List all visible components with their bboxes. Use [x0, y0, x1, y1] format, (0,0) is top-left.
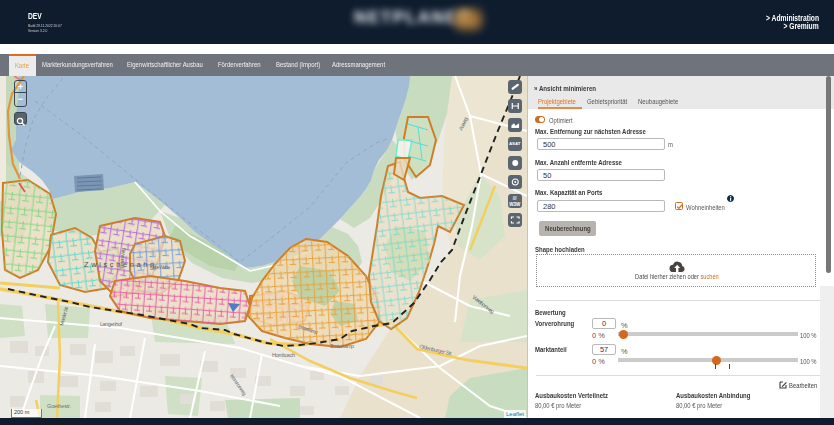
svg-text:Kleine Weihe: Kleine Weihe — [150, 264, 170, 270]
svg-text:Goethestr.: Goethestr. — [47, 403, 71, 409]
svg-text:Hornbusch: Hornbusch — [272, 352, 295, 358]
svg-text:Bosterkamp: Bosterkamp — [330, 343, 354, 349]
svg-text:Langenhof: Langenhof — [100, 321, 122, 327]
